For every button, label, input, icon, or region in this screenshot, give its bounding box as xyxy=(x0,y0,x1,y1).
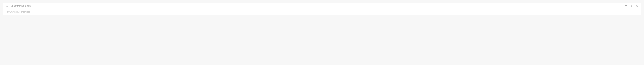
svg-line-1 xyxy=(8,6,8,7)
search-icon xyxy=(6,4,9,7)
next-result-button[interactable] xyxy=(630,4,633,7)
search-panel: Nenhum resultado encontrado xyxy=(2,2,642,15)
close-button[interactable] xyxy=(635,4,638,7)
arrow-up-icon xyxy=(624,4,628,7)
status-message: Nenhum resultado encontrado xyxy=(3,9,641,15)
search-row xyxy=(3,3,641,9)
arrow-down-icon xyxy=(630,4,633,7)
search-input[interactable] xyxy=(11,5,622,7)
previous-result-button[interactable] xyxy=(624,4,628,7)
search-actions xyxy=(624,4,638,7)
close-icon xyxy=(635,4,638,7)
